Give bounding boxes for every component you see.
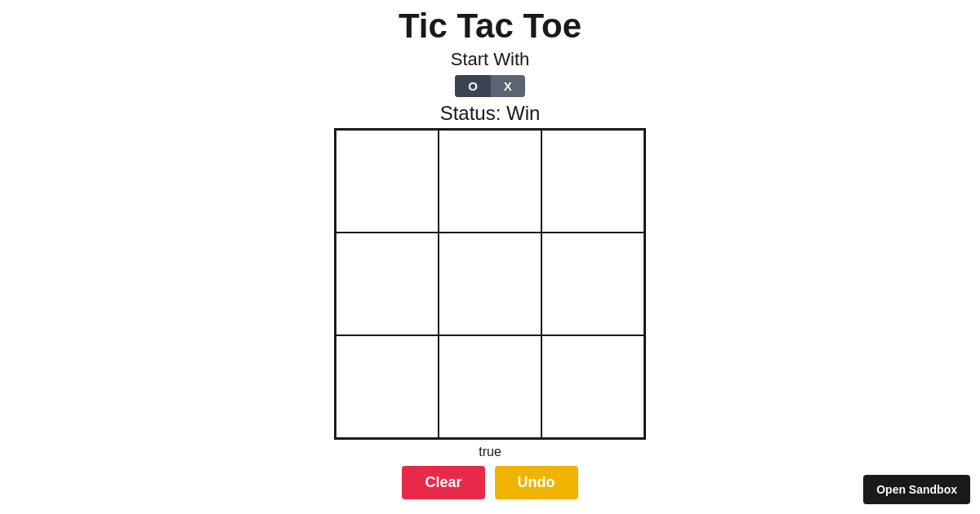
undo-button[interactable]: Undo [495, 466, 578, 499]
toggle-x-button[interactable]: X [491, 75, 525, 97]
clear-button[interactable]: Clear [402, 466, 484, 499]
open-sandbox-button[interactable]: Open Sandbox [863, 475, 970, 504]
cell-1-0[interactable] [336, 233, 439, 335]
board-status-text: true [479, 445, 501, 459]
game-board [334, 128, 646, 440]
cell-0-0[interactable] [336, 130, 439, 233]
action-buttons: Clear Undo [402, 466, 577, 499]
toggle-o-button[interactable]: O [455, 75, 491, 97]
cell-2-2[interactable] [541, 335, 644, 438]
cell-2-0[interactable] [336, 335, 439, 438]
cell-2-1[interactable] [439, 335, 541, 438]
page-title: Tic Tac Toe [399, 7, 581, 46]
cell-1-2[interactable] [541, 233, 644, 335]
cell-0-1[interactable] [439, 130, 541, 233]
start-with-label: Start With [451, 49, 530, 70]
cell-0-2[interactable] [541, 130, 644, 233]
cell-1-1[interactable] [439, 233, 541, 335]
board-container: true [334, 128, 646, 459]
status-label: Status: Win [440, 102, 541, 125]
start-toggle[interactable]: O X [455, 75, 525, 97]
